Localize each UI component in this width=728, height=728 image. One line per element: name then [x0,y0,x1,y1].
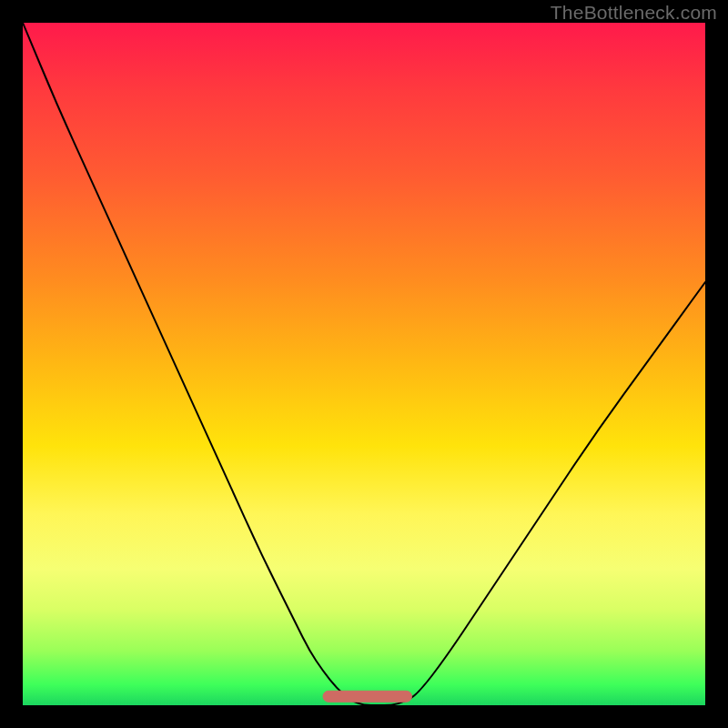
optimal-zone-highlight [323,691,412,702]
bottleneck-curve [23,23,705,705]
plot-area [23,23,705,705]
watermark-text: TheBottleneck.com [551,2,717,24]
curve-plot [23,23,705,705]
chart-frame: TheBottleneck.com [0,0,728,728]
